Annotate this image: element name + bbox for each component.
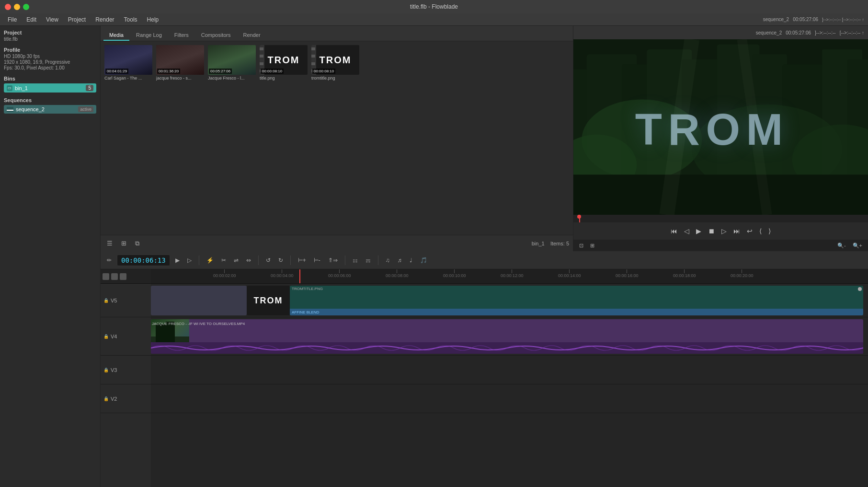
ctrl-jump-start[interactable]: ⏮: [668, 226, 680, 236]
tl-pencil-tool[interactable]: ✏: [104, 256, 114, 265]
media-panel: Media Range Log Filters Compositors Rend…: [101, 26, 573, 251]
track-lock-v3[interactable]: 🔒: [103, 368, 109, 372]
media-thumb-png-2[interactable]: TROM 00:00:08:10 tromtitle.png: [311, 45, 359, 81]
v4-clip-label: JACQUE FRESCO - -IF WI IVE TO OURSELVES.…: [152, 322, 245, 326]
ctrl-stop[interactable]: ⏹: [706, 226, 717, 236]
preview-timeline[interactable]: [573, 215, 868, 222]
pb-btn-1[interactable]: ⊡: [577, 242, 585, 249]
thumb-duration-png-2: 00:00:08:10: [312, 69, 335, 74]
close-button[interactable]: [5, 4, 11, 10]
tl-lift[interactable]: ⇑⇒: [326, 256, 340, 265]
ctrl-next-frame[interactable]: ▷: [719, 226, 729, 236]
tl-audio-2[interactable]: ♬: [395, 256, 404, 265]
tl-ripple[interactable]: ⇌: [231, 256, 241, 265]
preview-tc-arrows: ]-->:--:--:--: [815, 30, 836, 35]
tl-snap-in[interactable]: ⊢+: [296, 256, 308, 265]
track-lock-v4[interactable]: 🔒: [103, 334, 109, 339]
tab-filters[interactable]: Filters: [169, 30, 194, 41]
thumb-png-1: TROM 00:00:08:10: [260, 45, 308, 75]
left-panel: Project title.flb Profile HD 1080p 30 fp…: [0, 26, 101, 487]
track-label-v2: 🔒 V2: [101, 384, 151, 413]
sequences-label: Sequences: [4, 97, 96, 103]
menu-help[interactable]: Help: [143, 15, 163, 24]
menu-file[interactable]: File: [4, 15, 21, 24]
menu-render[interactable]: Render: [91, 15, 118, 24]
media-thumb-1[interactable]: 00:04:01:29 Carl Sagan - The ...: [104, 45, 152, 81]
tl-undo[interactable]: ↺: [263, 256, 273, 265]
menu-project[interactable]: Project: [64, 15, 90, 24]
clip-v5-trom[interactable]: TROM: [247, 286, 290, 315]
bin-item-1[interactable]: ▭ bin_1 5: [4, 83, 96, 93]
ctrl-loop[interactable]: ↩: [744, 226, 755, 236]
ctrl-out[interactable]: ⟩: [766, 226, 773, 236]
sequence-icon: ▬▬: [7, 107, 13, 112]
ruler-mark-3: 00:00:06:00: [328, 269, 351, 278]
clip-v5-main[interactable]: TROMTITLE.PNG AFFINE BLEND: [290, 286, 863, 315]
menu-view[interactable]: View: [42, 15, 62, 24]
media-tool-view[interactable]: ⧉: [133, 239, 142, 248]
media-thumb-png-1[interactable]: TROM 00:00:08:10 title.png: [260, 45, 308, 81]
track-row-v4: JACQUE FRESCO - -IF WI IVE TO OURSELVES.…: [151, 317, 868, 356]
ruler-icon-1[interactable]: [103, 273, 109, 280]
media-thumb-3[interactable]: 00:05:27:06 Jacque Fresco - l...: [208, 45, 256, 81]
ctrl-prev-frame[interactable]: ◁: [682, 226, 692, 236]
tl-play-arrow[interactable]: ▷: [185, 256, 194, 265]
media-thumb-2[interactable]: 00:01:36:20 jacque fresco - s...: [156, 45, 204, 81]
tab-render[interactable]: Render: [238, 30, 266, 41]
ruler-icon-2[interactable]: [111, 273, 118, 280]
tl-composit-1[interactable]: ⚏: [350, 256, 360, 265]
tl-audio-1[interactable]: ♫: [383, 256, 392, 265]
tl-snap-out[interactable]: ⊢-: [311, 256, 323, 265]
tl-slip[interactable]: ⇔: [244, 256, 253, 265]
maximize-button[interactable]: [23, 4, 29, 10]
tl-split[interactable]: ⚡: [204, 256, 216, 265]
profile-section: Profile HD 1080p 30 fps 1920 x 1080, 16:…: [4, 47, 96, 71]
thumb-label-png-2: tromtitle.png: [311, 76, 359, 81]
ctrl-jump-end[interactable]: ⏭: [731, 226, 742, 236]
menu-tools[interactable]: Tools: [120, 15, 141, 24]
thumb-duration-png-1: 00:00:08:10: [261, 69, 284, 74]
tab-compositors[interactable]: Compositors: [195, 30, 237, 41]
thumb-duration-3: 00:05:27:06: [209, 69, 232, 74]
trom-text-1: TROM: [268, 55, 300, 66]
track-row-v5: TROM TROMTITLE.PNG AFFINE BLEND: [151, 284, 868, 317]
minimize-button[interactable]: [14, 4, 20, 10]
project-name: title.flb: [4, 36, 96, 42]
timecode-display[interactable]: 00:00:06:13: [117, 255, 170, 266]
clip-v4-main[interactable]: JACQUE FRESCO - -IF WI IVE TO OURSELVES.…: [151, 319, 863, 354]
sequence-name: sequence_2: [763, 17, 789, 22]
tl-audio-4[interactable]: 🎵: [418, 256, 430, 265]
tl-trim[interactable]: ✂: [219, 256, 228, 265]
thumb-img-2: 00:01:36:20: [156, 45, 204, 75]
tl-audio-3[interactable]: ♩: [407, 256, 415, 265]
bin-name: bin_1: [15, 85, 28, 91]
thumb-label-2: jacque fresco - s...: [156, 76, 204, 81]
profile-line-1: HD 1080p 30 fps: [4, 54, 96, 59]
media-tool-grid[interactable]: ⊞: [119, 239, 129, 248]
pb-btn-2[interactable]: ⊞: [588, 242, 596, 249]
track-lock-v2[interactable]: 🔒: [103, 396, 109, 401]
pb-btn-zoom-in[interactable]: 🔍+: [851, 242, 864, 249]
tab-media[interactable]: Media: [103, 30, 129, 41]
bins-section: Bins ▭ bin_1 5: [4, 76, 96, 93]
ctrl-in[interactable]: ⟨: [757, 226, 764, 236]
pb-btn-zoom-out[interactable]: 🔍-: [835, 242, 848, 249]
profile-line-3: Fps: 30.0, Pixel Aspect: 1.00: [4, 65, 96, 70]
menu-edit[interactable]: Edit: [23, 15, 40, 24]
track-label-v5: 🔒 V5: [101, 284, 151, 317]
track-ruler-spacer: [101, 269, 151, 284]
ruler-icon-3[interactable]: [120, 273, 126, 280]
media-tool-list[interactable]: ☰: [104, 239, 115, 248]
track-lock-v5[interactable]: 🔒: [103, 298, 109, 303]
tab-range-log[interactable]: Range Log: [130, 30, 168, 41]
media-tabs: Media Range Log Filters Compositors Rend…: [101, 26, 573, 41]
tl-composit-2[interactable]: ⚎: [363, 256, 373, 265]
ctrl-play[interactable]: ▶: [694, 226, 704, 236]
track-name-v2: V2: [111, 396, 117, 402]
clip-v5-gray[interactable]: [151, 286, 247, 315]
tl-redo[interactable]: ↻: [276, 256, 286, 265]
track-name-v4: V4: [111, 334, 117, 339]
sequence-item-1[interactable]: ▬▬ sequence_2 active: [4, 105, 96, 114]
project-section: Project title.flb: [4, 30, 96, 42]
tl-play-btn[interactable]: ▶: [173, 256, 182, 265]
